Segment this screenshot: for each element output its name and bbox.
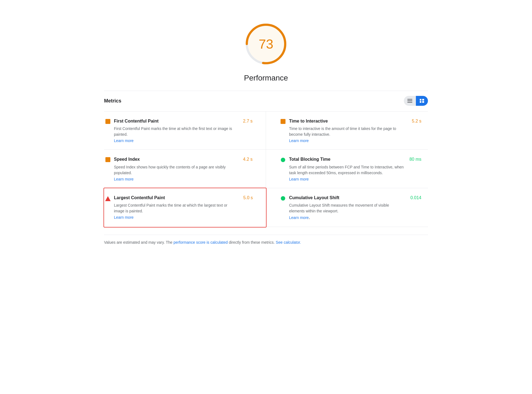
fcp-desc: First Contentful Paint marks the time at… bbox=[114, 126, 237, 137]
lcp-icon bbox=[104, 196, 112, 201]
metric-fcp: First Contentful Paint First Contentful … bbox=[104, 112, 266, 150]
cls-name: Cumulative Layout Shift bbox=[289, 195, 405, 201]
list-view-button[interactable] bbox=[404, 96, 416, 106]
tbt-icon bbox=[279, 157, 287, 162]
tbt-learn-more[interactable]: Learn more bbox=[289, 177, 404, 181]
metric-tti: Time to Interactive Time to interactive … bbox=[266, 112, 428, 150]
cls-learn-more[interactable]: Learn more bbox=[289, 215, 309, 220]
footer-prefix: Values are estimated and may vary. The bbox=[104, 240, 173, 245]
lcp-desc: Largest Contentful Paint marks the time … bbox=[114, 202, 238, 214]
footer-link-calculator[interactable]: performance score is calculated bbox=[173, 240, 228, 245]
tbt-content: Total Blocking Time Sum of all time peri… bbox=[289, 156, 404, 181]
si-icon bbox=[104, 157, 112, 162]
score-gauge: 73 bbox=[244, 22, 288, 66]
metric-tbt: Total Blocking Time Sum of all time peri… bbox=[266, 150, 428, 188]
svg-rect-4 bbox=[407, 102, 412, 103]
score-section: 73 Performance bbox=[104, 11, 428, 91]
metrics-header: Metrics bbox=[104, 91, 428, 110]
metric-cls: Cumulative Layout Shift Cumulative Layou… bbox=[266, 188, 428, 227]
cls-content: Cumulative Layout Shift Cumulative Layou… bbox=[289, 195, 405, 220]
grid-view-button[interactable] bbox=[416, 96, 428, 106]
cls-desc: Cumulative Layout Shift measures the mov… bbox=[289, 202, 405, 214]
cls-value: 0.014 bbox=[407, 195, 421, 200]
tbt-name: Total Blocking Time bbox=[289, 156, 404, 162]
si-name: Speed Index bbox=[114, 156, 237, 162]
svg-rect-3 bbox=[407, 101, 412, 101]
tti-name: Time to Interactive bbox=[289, 118, 406, 124]
cls-icon bbox=[279, 196, 287, 201]
si-value: 4.2 s bbox=[240, 156, 253, 162]
svg-rect-7 bbox=[420, 101, 421, 103]
view-toggle bbox=[404, 96, 428, 106]
lcp-value: 5.0 s bbox=[240, 195, 253, 200]
metric-lcp: Largest Contentful Paint Largest Content… bbox=[103, 188, 267, 227]
score-value: 73 bbox=[259, 37, 273, 52]
footer-note: Values are estimated and may vary. The p… bbox=[104, 235, 428, 245]
tbt-value: 80 ms bbox=[406, 156, 421, 162]
lcp-name: Largest Contentful Paint bbox=[114, 195, 238, 201]
fcp-value: 2.7 s bbox=[240, 118, 253, 124]
si-content: Speed Index Speed Index shows how quickl… bbox=[114, 156, 237, 181]
si-desc: Speed Index shows how quickly the conten… bbox=[114, 164, 237, 176]
tti-icon bbox=[279, 119, 287, 124]
fcp-icon bbox=[104, 119, 112, 124]
footer-link-see-calculator[interactable]: See calculator. bbox=[276, 240, 301, 245]
tbt-desc: Sum of all time periods between FCP and … bbox=[289, 164, 404, 176]
tti-desc: Time to interactive is the amount of tim… bbox=[289, 126, 406, 137]
fcp-learn-more[interactable]: Learn more bbox=[114, 138, 237, 143]
tti-value: 5.2 s bbox=[408, 118, 421, 124]
footer-middle: directly from these metrics. bbox=[228, 240, 276, 245]
tti-content: Time to Interactive Time to interactive … bbox=[289, 118, 406, 143]
tti-learn-more[interactable]: Learn more bbox=[289, 138, 406, 143]
svg-rect-5 bbox=[420, 99, 421, 101]
svg-rect-6 bbox=[422, 99, 424, 101]
lcp-content: Largest Contentful Paint Largest Content… bbox=[114, 195, 238, 220]
metric-si: Speed Index Speed Index shows how quickl… bbox=[104, 150, 266, 188]
si-learn-more[interactable]: Learn more bbox=[114, 177, 237, 181]
metrics-title: Metrics bbox=[104, 98, 121, 104]
score-label: Performance bbox=[244, 74, 288, 82]
metrics-grid: First Contentful Paint First Contentful … bbox=[104, 111, 428, 227]
fcp-content: First Contentful Paint First Contentful … bbox=[114, 118, 237, 143]
lcp-learn-more[interactable]: Learn more bbox=[114, 215, 238, 220]
svg-rect-8 bbox=[422, 101, 424, 103]
cls-desc-end: Learn more. bbox=[289, 215, 405, 220]
svg-rect-2 bbox=[407, 99, 412, 100]
fcp-name: First Contentful Paint bbox=[114, 118, 237, 124]
